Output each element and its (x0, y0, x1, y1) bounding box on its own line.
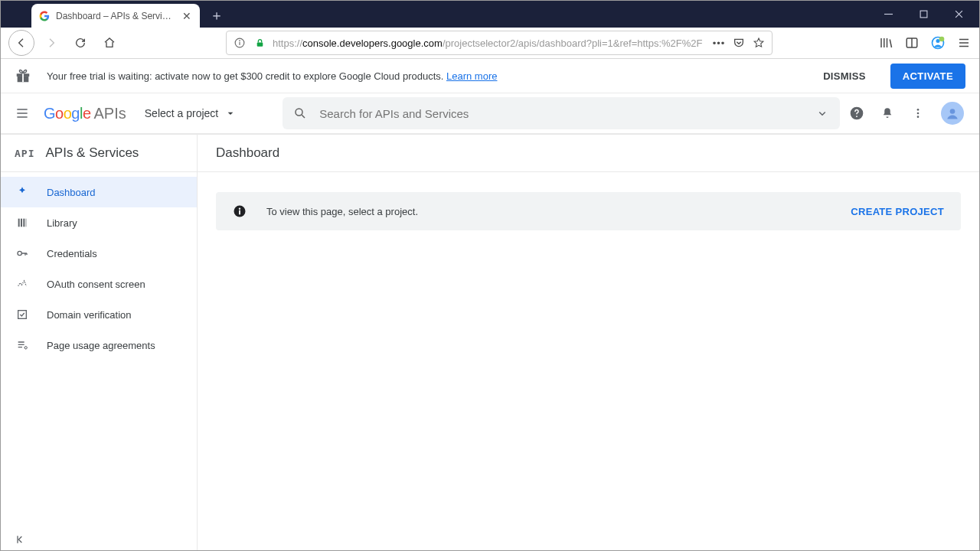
agreements-icon (15, 339, 30, 351)
svg-rect-23 (23, 219, 24, 227)
consent-icon (15, 278, 30, 290)
menu-icon[interactable] (13, 104, 31, 122)
lock-icon[interactable] (253, 36, 266, 50)
svg-point-17 (917, 109, 920, 111)
svg-point-25 (18, 251, 21, 255)
svg-point-19 (917, 116, 920, 118)
back-button[interactable] (8, 30, 34, 56)
svg-rect-24 (26, 219, 27, 227)
project-selector[interactable]: Select a project (145, 107, 237, 119)
sidebar-item-label: Dashboard (47, 187, 96, 198)
browser-menu-icon[interactable] (956, 35, 972, 51)
minimize-button[interactable] (871, 3, 906, 26)
sidebar-item-label: Credentials (47, 248, 97, 259)
collapse-sidebar-icon[interactable] (15, 533, 27, 546)
browser-toolbar: https://console.developers.google.com/pr… (1, 28, 979, 59)
avatar[interactable] (941, 102, 964, 125)
project-selector-label: Select a project (145, 107, 219, 119)
url-text: https://console.developers.google.com/pr… (273, 37, 706, 49)
svg-rect-31 (239, 210, 240, 215)
search-chevron-icon[interactable] (815, 106, 829, 120)
notifications-icon[interactable] (880, 106, 895, 121)
address-bar[interactable]: https://console.developers.google.com/pr… (226, 31, 773, 55)
bookmark-star-icon[interactable] (752, 36, 766, 50)
google-logo-icon: Google (44, 105, 91, 122)
svg-rect-4 (256, 42, 263, 46)
browser-titlebar: Dashboard – APIs & Services – ✕ ＋ (1, 1, 979, 28)
sidebar-item-label: Domain verification (47, 309, 132, 321)
svg-point-13 (296, 109, 302, 116)
svg-rect-12 (22, 73, 24, 82)
trial-banner: Your free trial is waiting: activate now… (1, 59, 979, 93)
search-icon (293, 106, 307, 120)
home-button[interactable] (97, 31, 122, 55)
help-icon[interactable] (849, 106, 864, 121)
info-icon (233, 204, 247, 218)
key-icon (15, 247, 30, 259)
svg-point-20 (950, 109, 956, 114)
dismiss-button[interactable]: DISMISS (814, 64, 875, 88)
svg-point-8 (936, 39, 940, 43)
activate-button[interactable]: ACTIVATE (890, 64, 965, 89)
trial-message: Your free trial is waiting: activate now… (47, 70, 799, 82)
browser-tab[interactable]: Dashboard – APIs & Services – ✕ (31, 4, 200, 28)
sidebar-item-oauth[interactable]: OAuth consent screen (1, 269, 197, 299)
sidebar-item-dashboard[interactable]: Dashboard (1, 177, 197, 207)
learn-more-link[interactable]: Learn more (446, 70, 497, 82)
svg-point-18 (917, 112, 920, 115)
close-tab-icon[interactable]: ✕ (181, 11, 192, 21)
domain-icon (15, 308, 30, 321)
close-window-button[interactable] (941, 3, 976, 26)
sidebar-item-label: Library (47, 217, 77, 229)
section-label: APIs & Services (45, 145, 139, 161)
svg-rect-3 (239, 42, 240, 45)
svg-rect-0 (920, 11, 927, 18)
reload-button[interactable] (68, 31, 93, 55)
pocket-icon[interactable] (732, 36, 746, 50)
info-message: To view this page, select a project. (266, 206, 831, 217)
profile-icon[interactable] (930, 35, 946, 51)
search-box[interactable] (283, 97, 840, 129)
svg-line-14 (302, 115, 305, 118)
google-favicon-icon (39, 11, 50, 21)
gift-icon (15, 67, 31, 84)
meatball-icon[interactable]: ••• (712, 36, 726, 50)
create-project-button[interactable]: CREATE PROJECT (851, 206, 944, 217)
library-icon (15, 217, 30, 229)
more-icon[interactable] (910, 106, 926, 121)
main-content: Dashboard To view this page, select a pr… (198, 135, 979, 551)
sidebar-item-library[interactable]: Library (1, 207, 197, 238)
svg-rect-21 (18, 219, 20, 227)
google-apis-logo[interactable]: Google APIs (44, 105, 126, 122)
search-input[interactable] (318, 106, 805, 121)
api-logo-icon: API (15, 148, 34, 159)
info-banner: To view this page, select a project. CRE… (216, 192, 961, 230)
window-controls (871, 1, 979, 28)
info-icon[interactable] (233, 36, 247, 50)
page-title: Dashboard (198, 135, 979, 172)
svg-point-9 (939, 37, 945, 42)
sidebar-item-credentials[interactable]: Credentials (1, 238, 197, 269)
sidebar: API APIs & Services Dashboard Library Cr… (1, 135, 198, 551)
sidebar-item-domain[interactable]: Domain verification (1, 299, 197, 330)
sidebar-item-label: Page usage agreements (47, 340, 155, 351)
forward-button[interactable] (39, 31, 64, 55)
svg-point-2 (239, 40, 240, 41)
app-header: Google APIs Select a project (1, 93, 979, 135)
sidebar-section-title: API APIs & Services (1, 135, 197, 172)
svg-rect-22 (21, 219, 22, 227)
sidebar-item-agreements[interactable]: Page usage agreements (1, 330, 197, 360)
svg-point-30 (239, 207, 240, 209)
library-icon[interactable] (878, 35, 893, 51)
maximize-button[interactable] (906, 3, 941, 26)
dropdown-icon (224, 107, 237, 119)
tab-title: Dashboard – APIs & Services – (56, 11, 175, 21)
svg-rect-26 (18, 311, 27, 319)
new-tab-button[interactable]: ＋ (206, 5, 227, 26)
sidebar-icon[interactable] (904, 35, 920, 51)
dashboard-icon (15, 186, 30, 198)
sidebar-item-label: OAuth consent screen (47, 279, 145, 290)
svg-point-16 (856, 116, 858, 117)
svg-point-27 (24, 347, 27, 349)
apis-logo-text: APIs (94, 105, 126, 122)
